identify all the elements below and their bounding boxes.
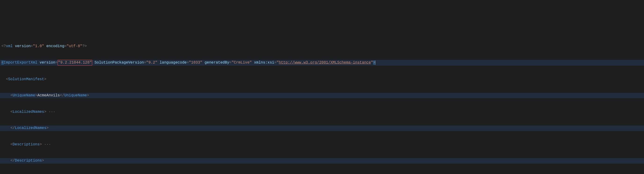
- attr-value: "CrmLive": [232, 61, 252, 65]
- line-uniquename[interactable]: <UniqueName>AcmeAnvils</UniqueName>: [0, 93, 644, 98]
- equals: =: [186, 61, 189, 65]
- attr-name: languagecode: [160, 61, 186, 65]
- tag-open: <: [10, 142, 13, 146]
- line-descriptions-close[interactable]: </Descriptions>: [0, 158, 644, 163]
- line-localizednames-open[interactable]: <LocalizedNames> ···: [0, 109, 644, 115]
- equals: =: [55, 61, 58, 65]
- tag-name: LocalizedNames: [13, 110, 44, 114]
- pi-close: ?>: [82, 44, 87, 48]
- equals: =: [31, 44, 33, 48]
- attr-name: SolutionPackageVersion: [94, 61, 144, 65]
- fold-icon[interactable]: ···: [49, 110, 56, 114]
- tag-open: <: [2, 61, 4, 65]
- tag-name: Descriptions: [15, 158, 42, 163]
- tag-close: >: [44, 110, 46, 114]
- line-root-open[interactable]: <ImportExportXml version="9.2.21044.128"…: [0, 60, 644, 66]
- attr-name: version: [40, 61, 55, 65]
- tag-close: >: [87, 93, 89, 98]
- pi-name: xml: [6, 44, 13, 48]
- attr-name: version: [15, 44, 31, 48]
- equals: =: [144, 61, 146, 65]
- xml-editor[interactable]: <?xml version="1.0" encoding="utf-8"?> <…: [0, 27, 644, 174]
- tag-close: >: [40, 142, 42, 146]
- equals: =: [64, 44, 67, 48]
- uniquename-value: AcmeAnvils: [38, 93, 60, 98]
- pi-open: <?: [2, 44, 6, 48]
- tag-close: >: [44, 77, 46, 81]
- attr-value: "utf-8": [67, 44, 82, 48]
- tag-name: ImportExportXml: [4, 61, 38, 65]
- tag-open: </: [60, 93, 64, 98]
- tag-open: </: [10, 126, 15, 130]
- equals: =: [274, 61, 276, 65]
- attr-name: generatedBy: [204, 61, 229, 65]
- attr-value: "http://www.w3.org/2001/XMLSchema-instan…: [276, 61, 373, 65]
- attr-value: "1.0": [33, 44, 44, 48]
- tag-open: <: [6, 77, 8, 81]
- tag-name: LocalizedNames: [15, 126, 46, 130]
- indent: [2, 77, 6, 81]
- attr-value: "9.2.21044.128": [58, 61, 92, 65]
- xsi-url[interactable]: http://www.w3.org/2001/XMLSchema-instanc…: [279, 61, 371, 65]
- indent: [2, 158, 10, 163]
- text-cursor: [375, 61, 375, 65]
- tag-open: </: [10, 158, 15, 163]
- fold-icon[interactable]: ···: [44, 142, 51, 146]
- tag-name: Descriptions: [13, 142, 40, 146]
- attr-name: xmlns:xsi: [254, 61, 274, 65]
- indent: [2, 142, 10, 146]
- attr-value: "9.2": [146, 61, 158, 65]
- tag-close: >: [35, 93, 38, 98]
- indent: [2, 126, 10, 130]
- attr-value: "1033": [189, 61, 202, 65]
- indent: [2, 110, 10, 114]
- line-descriptions-open[interactable]: <Descriptions> ···: [0, 142, 644, 147]
- tag-name: SolutionManifest: [8, 77, 44, 81]
- tag-close: >: [46, 126, 49, 130]
- line-solutionmanifest-open[interactable]: <SolutionManifest>: [0, 77, 644, 82]
- indent: [2, 93, 10, 98]
- attr-name: encoding: [46, 44, 64, 48]
- tag-name: UniqueName: [64, 93, 87, 98]
- line-localizednames-close[interactable]: </LocalizedNames>: [0, 125, 644, 131]
- tag-close: >: [42, 158, 44, 163]
- line-xml-decl[interactable]: <?xml version="1.0" encoding="utf-8"?>: [0, 44, 644, 49]
- tag-open: <: [10, 110, 13, 114]
- tag-open: <: [10, 93, 13, 98]
- tag-name: UniqueName: [13, 93, 35, 98]
- highlight-version-attr: "9.2.21044.128": [58, 60, 92, 66]
